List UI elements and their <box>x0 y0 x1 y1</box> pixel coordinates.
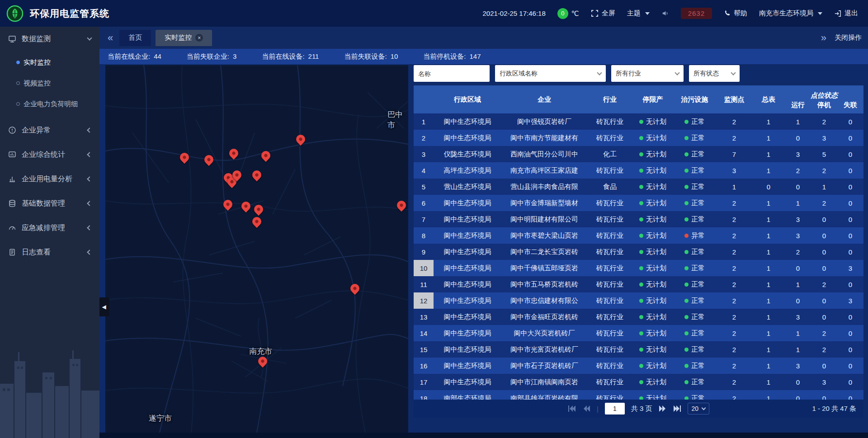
map-pin[interactable] <box>240 200 252 212</box>
last-page-button[interactable] <box>673 405 681 412</box>
map-panel[interactable]: 巴中市 南充市 遂宁市 <box>105 65 408 433</box>
table-row[interactable]: 13阆中生态环境局阆中市金福旺页岩机砖砖瓦行业无计划正常21300 <box>414 309 863 325</box>
document-icon <box>8 248 16 256</box>
tab-home[interactable]: 首页 <box>119 30 151 46</box>
table-row[interactable]: 12阆中生态环境局阆中市忠信建材有限公砖瓦行业无计划正常21003 <box>414 292 863 309</box>
page-size-select[interactable]: 20 <box>688 403 710 414</box>
tab-bar: « 首页 实时监控 × » 关闭操作 <box>99 27 868 49</box>
table-row[interactable]: 17阆中生态环境局阆中市江南镇阆南页岩砖瓦行业无计划正常21030 <box>414 374 863 390</box>
region-select[interactable]: 行政区域名称 <box>495 65 606 82</box>
next-page-button[interactable] <box>659 405 667 412</box>
cell-company: 阆中市金福旺页岩机砖 <box>501 309 587 325</box>
cell-lost: 0 <box>837 244 863 260</box>
sidebar-item-power-load-detail[interactable]: 企业电力负荷明细 <box>0 94 99 114</box>
table-row[interactable]: 10阆中生态环境局阆中千佛镇五郎垭页岩砖瓦行业无计划正常21003 <box>414 260 863 276</box>
table-row[interactable]: 16阆中生态环境局阆中市石子页岩机砖厂砖瓦行业无计划正常21300 <box>414 358 863 374</box>
map-pin[interactable] <box>294 133 307 146</box>
status-dot-green <box>684 315 689 319</box>
header-point-status-group: 点位状态 <box>785 85 863 101</box>
table-row[interactable]: 14阆中生态环境局阆中大兴页岩机砖厂砖瓦行业无计划正常21120 <box>414 325 863 341</box>
table-row[interactable]: 4高坪生态环境局南充市高坪区王家店建砖瓦行业无计划正常31220 <box>414 162 863 179</box>
cell-lost: 0 <box>837 341 863 358</box>
map-pin[interactable] <box>250 169 263 181</box>
status-select[interactable]: 所有状态 <box>689 65 740 82</box>
table-row[interactable]: 5营山生态环境局营山县润丰肉食品有限食品无计划正常10010 <box>414 179 863 195</box>
map-pin[interactable] <box>256 355 269 367</box>
table-row[interactable]: 8阆中生态环境局阆中市枣碧大梁山页岩砖瓦行业无计划异常21300 <box>414 227 863 244</box>
cell-industry: 砖瓦行业 <box>587 211 632 227</box>
cell-index: 9 <box>414 244 434 260</box>
status-dot-green <box>684 185 689 189</box>
bureau-dropdown[interactable]: 南充市生态环境局 <box>759 9 822 18</box>
cell-industry: 砖瓦行业 <box>587 113 632 130</box>
sidebar-group-log-view[interactable]: 日志查看 <box>0 240 99 264</box>
sidebar-group-data-monitoring[interactable]: 数据监测 <box>0 27 99 51</box>
table-row[interactable]: 9阆中生态环境局阆中市二龙长宝页岩砖砖瓦行业无计划正常21200 <box>414 244 863 260</box>
help-button[interactable]: 帮助 <box>724 9 747 18</box>
map-pin[interactable] <box>178 151 191 164</box>
app-title: 环保用电监管系统 <box>30 7 109 20</box>
theme-dropdown[interactable]: 主题 <box>627 9 650 18</box>
map-pin[interactable] <box>252 203 265 216</box>
prev-page-button[interactable] <box>582 405 590 412</box>
table-row[interactable]: 1阆中生态环境局阆中强锐页岩砖厂砖瓦行业无计划正常21120 <box>414 113 863 130</box>
table-row[interactable]: 11阆中生态环境局阆中市五马桥页岩机砖砖瓦行业无计划正常21120 <box>414 276 863 292</box>
industry-select[interactable]: 所有行业 <box>611 65 684 82</box>
volume-button[interactable] <box>661 9 669 17</box>
stat-lost-devices: 当前失联设备:10 <box>344 52 398 61</box>
status-dot-green <box>639 234 643 238</box>
map-pin[interactable] <box>349 282 361 295</box>
tab-realtime-monitoring[interactable]: 实时监控 × <box>156 30 212 46</box>
sidebar-item-video-monitoring[interactable]: 视频监控 <box>0 73 99 94</box>
map-pin[interactable] <box>259 149 272 162</box>
sidebar-group-power-analysis[interactable]: 企业用电量分析 <box>0 167 99 191</box>
sidebar-item-realtime-monitoring[interactable]: 实时监控 <box>0 52 99 73</box>
sidebar-group-emergency-reduction[interactable]: 应急减排管理 <box>0 216 99 240</box>
cell-points: 2 <box>716 227 752 244</box>
status-dot-green <box>639 136 643 140</box>
sidebar-group-enterprise-statistics[interactable]: 企业综合统计 <box>0 142 99 167</box>
tab-close-icon[interactable]: × <box>195 34 203 42</box>
cell-facility: 正常 <box>673 195 716 211</box>
sidebar-group-base-data[interactable]: 基础数据管理 <box>0 191 99 216</box>
map-pin[interactable] <box>395 199 408 212</box>
table-row[interactable]: 18南部生态环境局南部县雄兴页岩砖有限砖瓦行业无计划正常21000 <box>414 390 863 400</box>
table-row[interactable]: 7阆中生态环境局阆中明阳建材有限公司砖瓦行业无计划正常21300 <box>414 211 863 227</box>
record-range-label: 1 - 20 共 47 条 <box>812 405 856 413</box>
cell-industry: 砖瓦行业 <box>587 358 632 374</box>
temperature-unit: ℃ <box>571 9 579 18</box>
sidebar-group-enterprise-abnormal[interactable]: 企业异常 <box>0 118 99 142</box>
table-row[interactable]: 2阆中生态环境局阆中市南方节能建材有砖瓦行业无计划正常21030 <box>414 130 863 146</box>
cell-index: 2 <box>414 130 434 146</box>
table-row[interactable]: 15阆中生态环境局阆中市光富页岩机砖厂砖瓦行业无计划正常21120 <box>414 341 863 358</box>
logout-button[interactable]: 退出 <box>834 9 858 18</box>
bottom-strip <box>99 433 868 438</box>
cell-facility: 正常 <box>673 211 716 227</box>
name-search-input[interactable] <box>414 65 490 82</box>
status-dot-green <box>639 331 643 335</box>
tabs-scroll-right-icon[interactable]: » <box>819 33 828 43</box>
notification-badge[interactable]: 2632 <box>681 8 712 19</box>
stat-value: 211 <box>308 52 319 61</box>
cell-run: 0 <box>785 374 811 390</box>
cell-region: 阆中生态环境局 <box>434 244 501 260</box>
map-pin[interactable] <box>222 198 234 211</box>
map-pin[interactable] <box>227 147 240 160</box>
cell-facility: 正常 <box>673 179 716 195</box>
table-row[interactable]: 6阆中生态环境局阆中市金博瑞新型墙材砖瓦行业无计划正常21120 <box>414 195 863 211</box>
cell-run: 1 <box>785 113 811 130</box>
fullscreen-button[interactable]: 全屏 <box>591 9 615 18</box>
map-pin[interactable] <box>250 215 263 228</box>
cell-meter: 1 <box>752 309 785 325</box>
tabs-scroll-left-icon[interactable]: « <box>106 33 115 43</box>
map-pin[interactable] <box>203 153 215 166</box>
header-stop: 停机 <box>811 101 837 113</box>
first-page-button[interactable] <box>568 405 576 412</box>
page-number-input[interactable] <box>605 403 625 414</box>
status-dot-green <box>684 266 689 270</box>
status-dot-green <box>639 217 643 221</box>
table-row[interactable]: 3仪陇生态环境局西南油气田分公司川中化工无计划正常71350 <box>414 146 863 162</box>
status-dot-green <box>639 315 643 319</box>
sidebar-collapse-handle[interactable]: ◀ <box>99 297 109 316</box>
close-operations-button[interactable]: 关闭操作 <box>835 33 862 42</box>
